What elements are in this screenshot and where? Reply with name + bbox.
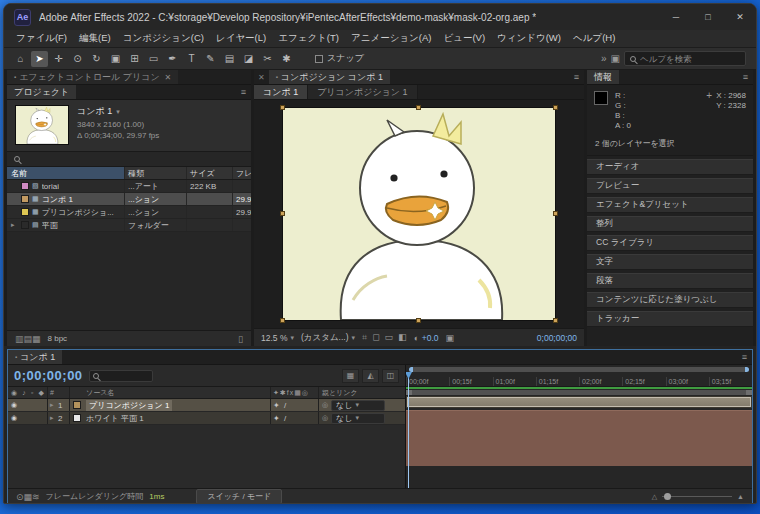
wave-icon[interactable]: ≋: [32, 492, 40, 502]
pen-tool[interactable]: ✒: [164, 51, 181, 67]
zoom-tool[interactable]: ⊙: [69, 51, 86, 67]
resolution-dropdown[interactable]: (カスタム...) ▾: [301, 332, 355, 344]
parent-dropdown[interactable]: なし ▾: [331, 413, 385, 424]
平面[interactable]: ▸ ▤ 平面 フォルダー: [7, 219, 251, 232]
eye-icon[interactable]: ◉: [11, 401, 17, 409]
close-icon[interactable]: ✕: [254, 70, 269, 84]
layer-switches[interactable]: ✦ /: [271, 412, 319, 424]
channels-icon[interactable]: ◧: [398, 332, 407, 343]
maximize-button[interactable]: □: [692, 4, 724, 30]
toriai[interactable]: ▧ toriai ...アート 222 KB: [7, 180, 251, 193]
camera-tool[interactable]: ▣: [107, 51, 124, 67]
selection-handle[interactable]: [280, 211, 285, 216]
selection-handle[interactable]: [553, 211, 558, 216]
コンポ 1[interactable]: ▦ コンポ 1 ...ション 29.97: [7, 193, 251, 206]
new-composition-icon[interactable]: ▦: [32, 334, 41, 344]
tab-info[interactable]: 情報: [587, 70, 619, 84]
menu-item[interactable]: アニメーション(A): [345, 32, 438, 45]
home-tool[interactable]: ⌂: [12, 51, 29, 67]
layer-name[interactable]: プリコンポジション 1: [86, 400, 172, 411]
panel-menu-icon[interactable]: ≡: [236, 85, 251, 99]
snap-checkbox[interactable]: [315, 55, 323, 63]
graph-editor-icon[interactable]: ▦: [24, 492, 33, 502]
timeline-navigator[interactable]: [409, 367, 749, 372]
dock-panel-tab[interactable]: オーディオ: [587, 159, 753, 175]
new-folder-icon[interactable]: ▤: [24, 334, 33, 344]
selection-tool[interactable]: ➤: [31, 51, 48, 67]
exposure-control[interactable]: ◐ +0.0: [414, 333, 439, 343]
snapshot-icon[interactable]: ▣: [446, 333, 455, 343]
selection-handle[interactable]: [553, 105, 558, 110]
zoom-out-icon[interactable]: △: [652, 493, 657, 501]
layer-name[interactable]: ホワイト 平面 1: [86, 413, 144, 424]
layer-switches[interactable]: ✦ /: [271, 399, 319, 411]
lock-column-icon[interactable]: ◆: [39, 389, 44, 397]
eraser-tool[interactable]: ◪: [240, 51, 257, 67]
timeline-zoom-slider[interactable]: [662, 496, 732, 497]
column-header-size[interactable]: サイズ: [187, 167, 233, 179]
selection-handle[interactable]: [280, 318, 285, 323]
selection-handle[interactable]: [416, 105, 421, 110]
hide-shy-layers-icon[interactable]: ◫: [382, 369, 399, 383]
grid-guides-icon[interactable]: ⌗: [362, 332, 367, 343]
dock-panel-tab[interactable]: 段落: [587, 273, 753, 289]
layer-duration-bar[interactable]: [406, 410, 752, 466]
viewer-tab[interactable]: コンポ 1: [254, 85, 308, 99]
zoom-in-icon[interactable]: ▲: [737, 493, 744, 500]
dock-panel-tab[interactable]: プレビュー: [587, 178, 753, 194]
selection-handle[interactable]: [416, 318, 421, 323]
menu-item[interactable]: エフェクト(T): [272, 32, 345, 45]
minimize-button[interactable]: ─: [660, 4, 692, 30]
menu-item[interactable]: ビュー(V): [437, 32, 491, 45]
video-column-icon[interactable]: ◉: [11, 389, 17, 397]
workspace-icon[interactable]: ▣: [611, 53, 620, 64]
dock-panel-tab[interactable]: トラッカー: [587, 311, 753, 327]
label-color-chip[interactable]: [21, 182, 29, 190]
ホワイト 平面 1[interactable]: ◉ ▸ 2 ホワイト 平面 1 ✦ / ◎ なし ▾: [8, 412, 405, 425]
pan-behind-tool[interactable]: ⊞: [126, 51, 143, 67]
bit-depth-button[interactable]: 8 bpc: [48, 334, 68, 343]
orbit-camera-tool[interactable]: ↻: [88, 51, 105, 67]
dock-panel-tab[interactable]: コンテンツに応じた塗りつぶし: [587, 292, 753, 308]
chevron-down-icon[interactable]: ▾: [116, 108, 120, 116]
column-header-type[interactable]: 種類: [125, 167, 187, 179]
pick-whip-icon[interactable]: ◎: [322, 414, 328, 422]
composition-mini-flowchart-icon[interactable]: ▦: [342, 369, 359, 383]
delete-icon[interactable]: ▯: [238, 334, 243, 344]
switches-modes-button[interactable]: スイッチ / モード: [196, 489, 282, 504]
panel-menu-icon[interactable]: ≡: [737, 350, 752, 364]
tab-project[interactable]: プロジェクト: [7, 85, 76, 99]
timeline-track-area[interactable]: 00;00f00;15f01;00f01;15f02;00f02;15f03;0…: [406, 365, 752, 488]
comp-image[interactable]: [283, 108, 555, 320]
time-ruler[interactable]: 00;00f00;15f01;00f01;15f02;00f02;15f03;0…: [406, 373, 752, 387]
label-color-chip[interactable]: [73, 414, 81, 422]
puppet-pin-tool[interactable]: ✱: [278, 51, 295, 67]
timeline-search-box[interactable]: [89, 370, 153, 382]
draft-3d-icon[interactable]: ◭: [362, 369, 379, 383]
label-color-chip[interactable]: [21, 195, 29, 203]
panel-menu-icon[interactable]: ≡: [738, 70, 753, 84]
menu-item[interactable]: コンポジション(C): [117, 32, 210, 45]
expander-icon[interactable]: ▸: [50, 414, 57, 422]
roto-brush-tool[interactable]: ✂: [259, 51, 276, 67]
mask-visibility-icon[interactable]: ◻: [372, 332, 379, 343]
help-search-input[interactable]: [640, 54, 740, 64]
menu-item[interactable]: ウィンドウ(W): [491, 32, 567, 45]
label-color-chip[interactable]: [21, 208, 29, 216]
brush-tool[interactable]: ✎: [202, 51, 219, 67]
expander-icon[interactable]: ▸: [50, 401, 57, 409]
column-header-source[interactable]: ソース名: [83, 387, 271, 398]
label-color-chip[interactable]: [21, 221, 29, 229]
menu-item[interactable]: レイヤー(L): [210, 32, 272, 45]
close-button[interactable]: ✕: [724, 4, 756, 30]
shape-tool[interactable]: ▭: [145, 51, 162, 67]
zoom-slider-handle[interactable]: [664, 493, 671, 500]
expander-icon[interactable]: ▸: [11, 221, 18, 229]
dock-panel-tab[interactable]: エフェクト&プリセット: [587, 197, 753, 213]
zoom-dropdown[interactable]: 12.5 % ▾: [261, 333, 294, 343]
tab-effect-controls[interactable]: ▪ エフェクトコントロール プリコン ✕: [7, 70, 178, 84]
region-of-interest-icon[interactable]: ▭: [385, 332, 394, 343]
audio-column-icon[interactable]: ♪: [22, 389, 26, 396]
close-icon[interactable]: ✕: [165, 73, 172, 82]
composition-viewer[interactable]: [254, 100, 584, 328]
